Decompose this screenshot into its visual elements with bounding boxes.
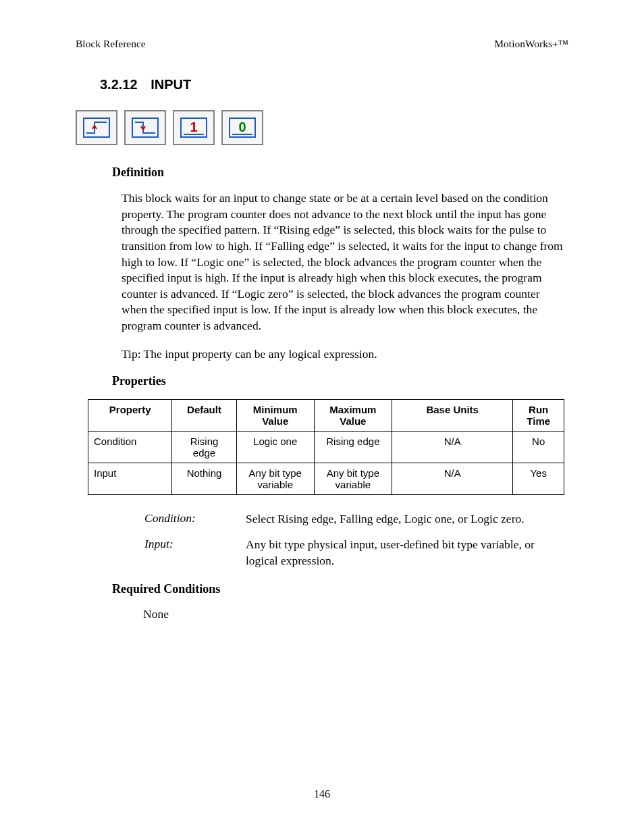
col-property: Property [88,400,172,432]
cell: Any bit type variable [236,463,314,495]
page: Block Reference MotionWorks+™ 3.2.12 INP… [0,0,644,834]
property-definitions: Condition: Select Rising edge, Falling e… [144,511,568,569]
definition-term: Condition: [144,511,246,527]
svg-rect-0 [84,118,109,137]
header-left: Block Reference [76,38,146,50]
section-number: 3.2.12 [100,77,138,92]
definition-desc: Select Rising edge, Falling edge, Logic … [246,511,568,527]
section-title: 3.2.12 INPUT [100,77,568,93]
svg-text:1: 1 [190,120,197,134]
cell: Any bit type variable [314,463,392,495]
definition-row: Input: Any bit type physical input, user… [144,537,568,569]
col-default: Default [172,400,236,432]
cell: Yes [513,463,564,495]
running-header: Block Reference MotionWorks+™ [76,38,568,50]
definition-row: Condition: Select Rising edge, Falling e… [144,511,568,527]
cell: Condition [88,432,172,463]
properties-heading: Properties [112,374,568,388]
cell: Rising edge [172,432,236,463]
col-min: Minimum Value [236,400,314,432]
cell: N/A [392,432,512,463]
col-runtime: Run Time [513,400,564,432]
properties-table: Property Default Minimum Value Maximum V… [88,399,564,495]
table-header-row: Property Default Minimum Value Maximum V… [88,400,564,432]
icon-row: 1 0 [76,110,568,145]
definition-term: Input: [144,537,246,569]
cell: Nothing [172,463,236,495]
cell: Rising edge [314,432,392,463]
svg-rect-1 [132,118,158,137]
col-max: Maximum Value [314,400,392,432]
cell: No [513,432,564,463]
section-name: INPUT [151,77,191,92]
definition-tip: Tip: The input property can be any logic… [122,346,566,363]
definition-heading: Definition [112,165,568,180]
page-number: 146 [0,788,644,800]
cell: Input [88,463,172,495]
definition-text: This block waits for an input to change … [122,190,566,334]
cell: N/A [392,463,512,495]
svg-text:0: 0 [238,120,246,134]
logic-one-icon: 1 [173,110,215,145]
required-conditions-text: None [143,607,568,621]
required-conditions-heading: Required Conditions [112,582,568,596]
rising-edge-icon [76,110,117,145]
table-row: Input Nothing Any bit type variable Any … [88,463,564,495]
falling-edge-icon [124,110,166,145]
header-right: MotionWorks+™ [494,38,568,50]
cell: Logic one [236,432,314,463]
col-units: Base Units [392,400,512,432]
definition-desc: Any bit type physical input, user-define… [246,537,568,569]
logic-zero-icon: 0 [221,110,263,145]
table-row: Condition Rising edge Logic one Rising e… [88,432,564,463]
